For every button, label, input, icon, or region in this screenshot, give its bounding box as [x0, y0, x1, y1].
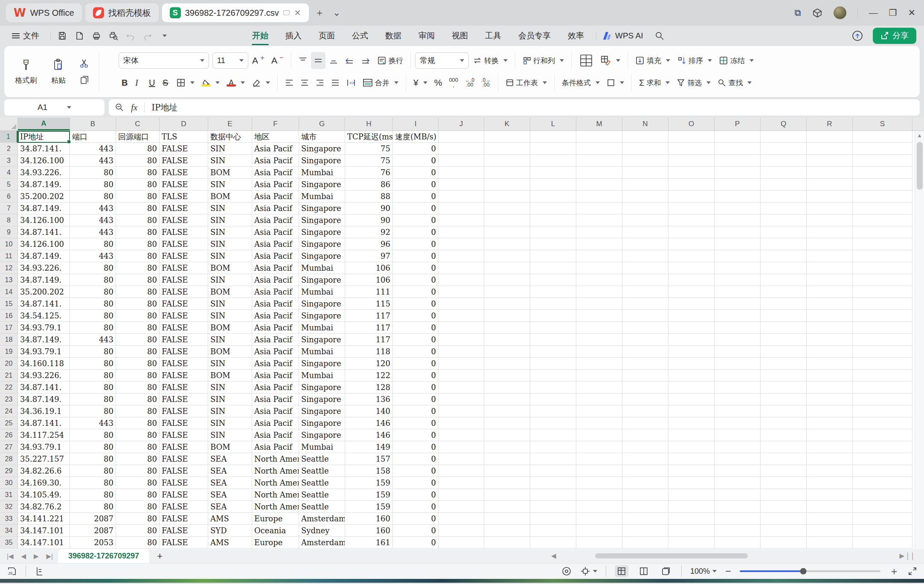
cell[interactable]: [715, 525, 761, 537]
fill-button[interactable]: 填充: [632, 52, 673, 69]
cell[interactable]: 80: [116, 214, 160, 226]
cell[interactable]: [668, 131, 715, 143]
cell[interactable]: 160: [345, 513, 393, 525]
cell[interactable]: North Amer: [252, 453, 299, 465]
cell[interactable]: Asia Pacif: [252, 393, 299, 405]
cell[interactable]: 地区: [252, 131, 299, 143]
cell[interactable]: SIN: [208, 155, 252, 167]
cell[interactable]: [668, 322, 715, 334]
cell[interactable]: [807, 417, 853, 429]
name-box[interactable]: A1: [4, 99, 105, 116]
cell[interactable]: [715, 262, 761, 274]
cell[interactable]: 34.87.141.: [18, 298, 70, 310]
cell[interactable]: [484, 191, 530, 202]
cell[interactable]: [853, 358, 912, 370]
cell[interactable]: 端口: [70, 131, 116, 143]
cell[interactable]: [807, 310, 853, 322]
cell[interactable]: [439, 489, 484, 501]
cell[interactable]: [484, 274, 530, 286]
cell[interactable]: [439, 262, 484, 274]
row-header-19[interactable]: 19: [0, 346, 18, 358]
cell[interactable]: 0: [393, 477, 439, 489]
cell[interactable]: [484, 465, 530, 477]
cell[interactable]: 159: [345, 477, 393, 489]
cell[interactable]: 0: [393, 393, 439, 405]
cell[interactable]: [761, 501, 807, 513]
convert-button[interactable]: 转换: [470, 52, 511, 69]
cell[interactable]: 80: [116, 370, 160, 382]
cell[interactable]: FALSE: [160, 513, 208, 525]
cell[interactable]: [622, 429, 668, 441]
cell[interactable]: [530, 537, 576, 549]
row-header-25[interactable]: 25: [0, 417, 18, 429]
cell[interactable]: 数据中心: [208, 131, 252, 143]
first-sheet-icon[interactable]: |◀: [4, 552, 16, 560]
cell[interactable]: [439, 238, 484, 250]
normal-view-button[interactable]: [615, 565, 628, 577]
cell[interactable]: BOM: [208, 370, 252, 382]
cell[interactable]: SIN: [208, 429, 252, 441]
cell[interactable]: 0: [393, 358, 439, 370]
cell[interactable]: SIN: [208, 238, 252, 250]
cell[interactable]: 34.93.79.1: [18, 441, 70, 453]
cell[interactable]: [530, 143, 576, 155]
cell[interactable]: [761, 226, 807, 238]
cell[interactable]: 80: [70, 405, 116, 417]
cell[interactable]: 80: [116, 155, 160, 167]
cell[interactable]: [715, 513, 761, 525]
format-painter-button[interactable]: 格式刷: [11, 50, 41, 93]
cell[interactable]: [668, 513, 715, 525]
column-header-F[interactable]: F: [252, 118, 299, 130]
undo-icon[interactable]: [126, 31, 135, 40]
cell[interactable]: [761, 334, 807, 346]
row-header-20[interactable]: 20: [0, 358, 18, 370]
font-size-select[interactable]: 11: [212, 52, 248, 69]
cell[interactable]: 106: [345, 262, 393, 274]
column-header-R[interactable]: R: [807, 118, 853, 130]
cell[interactable]: [715, 358, 761, 370]
cell[interactable]: 80: [70, 382, 116, 393]
cell[interactable]: 回源端口: [116, 131, 160, 143]
row-header-33[interactable]: 33: [0, 513, 18, 525]
cell[interactable]: SEA: [208, 453, 252, 465]
cell[interactable]: [853, 453, 912, 465]
cell[interactable]: [668, 525, 715, 537]
cell[interactable]: [576, 513, 622, 525]
cell[interactable]: Europe: [252, 513, 299, 525]
cell[interactable]: 80: [116, 250, 160, 262]
cell[interactable]: Asia Pacif: [252, 191, 299, 202]
cell[interactable]: Seattle: [299, 465, 345, 477]
row-header-12[interactable]: 12: [0, 262, 18, 274]
cell[interactable]: 117: [345, 310, 393, 322]
percent-format-button[interactable]: %: [431, 74, 445, 91]
cell[interactable]: 80: [70, 167, 116, 179]
cell[interactable]: 80: [116, 202, 160, 214]
font-name-select[interactable]: 宋体: [119, 52, 209, 69]
column-header-L[interactable]: L: [530, 118, 576, 130]
cell[interactable]: [576, 370, 622, 382]
cell[interactable]: [439, 167, 484, 179]
cell[interactable]: [668, 191, 715, 202]
cell[interactable]: [622, 334, 668, 346]
cell[interactable]: FALSE: [160, 250, 208, 262]
cell[interactable]: Singapore: [299, 393, 345, 405]
sheet-tab[interactable]: 396982-1726709297: [58, 549, 149, 563]
cell[interactable]: [807, 322, 853, 334]
cell[interactable]: [576, 143, 622, 155]
cell[interactable]: [853, 334, 912, 346]
align-left-button[interactable]: [282, 74, 296, 91]
cell-style-button[interactable]: [597, 52, 623, 69]
row-header-26[interactable]: 26: [0, 429, 18, 441]
cell[interactable]: [484, 322, 530, 334]
cell[interactable]: SYD: [208, 525, 252, 537]
cell[interactable]: [668, 501, 715, 513]
cell[interactable]: 157: [345, 453, 393, 465]
cell[interactable]: [530, 191, 576, 202]
cell[interactable]: [853, 274, 912, 286]
cell[interactable]: [576, 334, 622, 346]
cell[interactable]: [668, 143, 715, 155]
cell[interactable]: [576, 358, 622, 370]
cell[interactable]: [807, 346, 853, 358]
cell[interactable]: [807, 370, 853, 382]
cell[interactable]: 92: [345, 226, 393, 238]
